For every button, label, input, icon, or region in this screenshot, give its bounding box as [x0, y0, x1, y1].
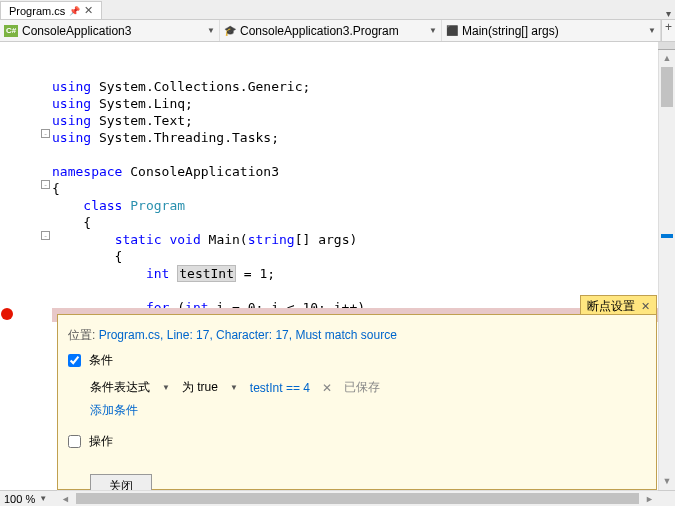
- change-marker: [661, 234, 673, 238]
- outline-gutter: - - -: [40, 42, 52, 322]
- pin-icon[interactable]: 📌: [69, 6, 80, 16]
- saved-label: 已保存: [344, 379, 380, 396]
- chevron-down-icon[interactable]: ▼: [39, 494, 47, 503]
- chevron-down-icon: ▼: [230, 383, 238, 392]
- chevron-down-icon: ▼: [162, 383, 170, 392]
- zoom-level[interactable]: 100 %: [4, 493, 35, 505]
- collapse-icon[interactable]: -: [41, 180, 50, 189]
- csharp-icon: C#: [4, 25, 18, 37]
- breakpoint-settings-panel: 位置: Program.cs, Line: 17, Character: 17,…: [57, 314, 657, 490]
- action-checkbox[interactable]: [68, 435, 81, 448]
- scroll-thumb[interactable]: [661, 67, 673, 107]
- chevron-down-icon: ▼: [648, 26, 656, 35]
- close-icon[interactable]: ✕: [84, 4, 93, 17]
- condition-eval-dropdown[interactable]: 为 true: [182, 379, 218, 396]
- nav-project[interactable]: C# ConsoleApplication3 ▼: [0, 20, 220, 41]
- class-icon: 🎓: [224, 25, 236, 36]
- condition-type-dropdown[interactable]: 条件表达式: [90, 379, 150, 396]
- split-handle[interactable]: [658, 42, 675, 50]
- chevron-down-icon: ▼: [207, 26, 215, 35]
- scroll-right-icon[interactable]: ►: [641, 491, 658, 506]
- file-tab[interactable]: Program.cs 📌 ✕: [0, 1, 102, 19]
- condition-label: 条件: [89, 352, 113, 369]
- clear-expression-icon[interactable]: ✕: [322, 381, 332, 395]
- breakpoint-icon[interactable]: [1, 308, 13, 320]
- location-link[interactable]: Program.cs, Line: 17, Character: 17, Mus…: [99, 328, 397, 342]
- tab-label: Program.cs: [9, 5, 65, 17]
- code-editor[interactable]: using System.Collections.Generic; using …: [52, 42, 675, 322]
- add-condition-link[interactable]: 添加条件: [90, 402, 138, 419]
- close-icon[interactable]: ✕: [641, 300, 650, 313]
- method-icon: ⬛: [446, 25, 458, 36]
- add-dropdown-icon[interactable]: +: [661, 20, 675, 41]
- collapse-icon[interactable]: -: [41, 231, 50, 240]
- scroll-up-icon[interactable]: ▲: [659, 50, 675, 67]
- scroll-thumb[interactable]: [76, 493, 639, 504]
- scrollbar-vertical[interactable]: ▲ ▼: [658, 42, 675, 490]
- scroll-left-icon[interactable]: ◄: [57, 491, 74, 506]
- tab-overflow-icon[interactable]: ▾: [662, 8, 675, 19]
- breakpoint-location: 位置: Program.cs, Line: 17, Character: 17,…: [68, 327, 646, 344]
- condition-expression[interactable]: testInt == 4: [250, 381, 310, 395]
- collapse-icon[interactable]: -: [41, 129, 50, 138]
- nav-class[interactable]: 🎓 ConsoleApplication3.Program ▼: [220, 20, 442, 41]
- nav-method[interactable]: ⬛ Main(string[] args) ▼: [442, 20, 661, 41]
- breakpoint-gutter[interactable]: [0, 42, 40, 322]
- chevron-down-icon: ▼: [429, 26, 437, 35]
- action-label: 操作: [89, 433, 113, 450]
- scroll-down-icon[interactable]: ▼: [659, 473, 675, 490]
- scrollbar-horizontal[interactable]: ◄ ►: [57, 490, 658, 506]
- condition-checkbox[interactable]: [68, 354, 81, 367]
